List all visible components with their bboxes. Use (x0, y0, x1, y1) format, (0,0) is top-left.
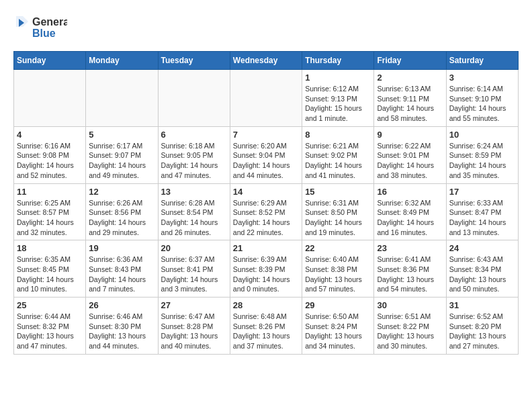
calendar-cell: 6Sunrise: 6:18 AM Sunset: 9:05 PM Daylig… (158, 126, 230, 183)
day-info: Sunrise: 6:40 AM Sunset: 8:38 PM Dayligh… (305, 255, 371, 294)
calendar-cell: 31Sunrise: 6:52 AM Sunset: 8:20 PM Dayli… (446, 298, 518, 355)
day-info: Sunrise: 6:48 AM Sunset: 8:26 PM Dayligh… (233, 312, 299, 351)
day-number: 9 (377, 130, 443, 140)
day-number: 12 (89, 187, 154, 197)
calendar-cell: 27Sunrise: 6:47 AM Sunset: 8:28 PM Dayli… (158, 298, 230, 355)
day-number: 15 (305, 187, 371, 197)
day-number: 20 (161, 243, 227, 253)
day-info: Sunrise: 6:32 AM Sunset: 8:49 PM Dayligh… (377, 198, 443, 238)
calendar-cell (158, 70, 230, 127)
day-number: 26 (89, 300, 154, 310)
day-info: Sunrise: 6:41 AM Sunset: 8:36 PM Dayligh… (377, 255, 443, 294)
logo-svg: GeneralBlue (13, 13, 67, 40)
day-info: Sunrise: 6:12 AM Sunset: 9:13 PM Dayligh… (305, 84, 371, 124)
day-number: 13 (161, 187, 227, 197)
day-number: 19 (89, 243, 154, 253)
day-info: Sunrise: 6:17 AM Sunset: 9:07 PM Dayligh… (89, 141, 154, 181)
day-info: Sunrise: 6:21 AM Sunset: 9:02 PM Dayligh… (305, 141, 371, 181)
day-number: 7 (233, 130, 299, 140)
day-number: 18 (17, 243, 83, 253)
weekday-header-saturday: Saturday (446, 52, 518, 70)
day-info: Sunrise: 6:29 AM Sunset: 8:52 PM Dayligh… (233, 198, 299, 238)
day-info: Sunrise: 6:44 AM Sunset: 8:32 PM Dayligh… (17, 312, 83, 351)
day-number: 11 (17, 187, 83, 197)
day-number: 27 (161, 300, 227, 310)
day-info: Sunrise: 6:46 AM Sunset: 8:30 PM Dayligh… (89, 312, 154, 351)
calendar-cell: 29Sunrise: 6:50 AM Sunset: 8:24 PM Dayli… (302, 298, 374, 355)
day-number: 5 (89, 130, 154, 140)
day-number: 24 (449, 243, 515, 253)
calendar-cell: 11Sunrise: 6:25 AM Sunset: 8:57 PM Dayli… (14, 183, 86, 240)
day-info: Sunrise: 6:13 AM Sunset: 9:11 PM Dayligh… (377, 84, 443, 124)
weekday-header-tuesday: Tuesday (158, 52, 230, 70)
day-number: 23 (377, 243, 443, 253)
calendar-cell: 2Sunrise: 6:13 AM Sunset: 9:11 PM Daylig… (374, 70, 446, 127)
calendar-week-row: 1Sunrise: 6:12 AM Sunset: 9:13 PM Daylig… (14, 70, 519, 127)
calendar-cell: 13Sunrise: 6:28 AM Sunset: 8:54 PM Dayli… (158, 183, 230, 240)
calendar-cell: 15Sunrise: 6:31 AM Sunset: 8:50 PM Dayli… (302, 183, 374, 240)
day-number: 16 (377, 187, 443, 197)
calendar-cell: 26Sunrise: 6:46 AM Sunset: 8:30 PM Dayli… (86, 298, 158, 355)
calendar-cell: 10Sunrise: 6:24 AM Sunset: 8:59 PM Dayli… (446, 126, 518, 183)
calendar-cell: 12Sunrise: 6:26 AM Sunset: 8:56 PM Dayli… (86, 183, 158, 240)
day-info: Sunrise: 6:25 AM Sunset: 8:57 PM Dayligh… (17, 198, 83, 238)
calendar-week-row: 4Sunrise: 6:16 AM Sunset: 9:08 PM Daylig… (14, 126, 519, 183)
day-info: Sunrise: 6:47 AM Sunset: 8:28 PM Dayligh… (161, 312, 227, 351)
calendar-cell: 4Sunrise: 6:16 AM Sunset: 9:08 PM Daylig… (14, 126, 86, 183)
day-number: 6 (161, 130, 227, 140)
day-number: 21 (233, 243, 299, 253)
day-info: Sunrise: 6:36 AM Sunset: 8:43 PM Dayligh… (89, 255, 154, 294)
weekday-header-sunday: Sunday (14, 52, 86, 70)
day-info: Sunrise: 6:16 AM Sunset: 9:08 PM Dayligh… (17, 141, 83, 181)
day-number: 1 (305, 73, 371, 83)
day-info: Sunrise: 6:39 AM Sunset: 8:39 PM Dayligh… (233, 255, 299, 294)
calendar-cell: 24Sunrise: 6:43 AM Sunset: 8:34 PM Dayli… (446, 240, 518, 298)
weekday-header-monday: Monday (86, 52, 158, 70)
day-number: 10 (449, 130, 515, 140)
weekday-header-friday: Friday (374, 52, 446, 70)
day-number: 3 (449, 73, 515, 83)
day-number: 8 (305, 130, 371, 140)
day-number: 14 (233, 187, 299, 197)
day-number: 2 (377, 73, 443, 83)
calendar-cell: 30Sunrise: 6:51 AM Sunset: 8:22 PM Dayli… (374, 298, 446, 355)
day-number: 22 (305, 243, 371, 253)
calendar-cell (230, 70, 302, 127)
weekday-header-wednesday: Wednesday (230, 52, 302, 70)
calendar-cell: 17Sunrise: 6:33 AM Sunset: 8:47 PM Dayli… (446, 183, 518, 240)
day-info: Sunrise: 6:20 AM Sunset: 9:04 PM Dayligh… (233, 141, 299, 181)
calendar-cell: 5Sunrise: 6:17 AM Sunset: 9:07 PM Daylig… (86, 126, 158, 183)
day-info: Sunrise: 6:52 AM Sunset: 8:20 PM Dayligh… (449, 312, 515, 351)
calendar-table: SundayMondayTuesdayWednesdayThursdayFrid… (13, 51, 519, 355)
day-info: Sunrise: 6:18 AM Sunset: 9:05 PM Dayligh… (161, 141, 227, 181)
calendar-cell (14, 70, 86, 127)
day-number: 28 (233, 300, 299, 310)
page-header: GeneralBlue (13, 13, 519, 40)
day-info: Sunrise: 6:24 AM Sunset: 8:59 PM Dayligh… (449, 141, 515, 181)
weekday-header-thursday: Thursday (302, 52, 374, 70)
calendar-cell: 23Sunrise: 6:41 AM Sunset: 8:36 PM Dayli… (374, 240, 446, 298)
calendar-week-row: 25Sunrise: 6:44 AM Sunset: 8:32 PM Dayli… (14, 298, 519, 355)
calendar-cell: 16Sunrise: 6:32 AM Sunset: 8:49 PM Dayli… (374, 183, 446, 240)
day-info: Sunrise: 6:37 AM Sunset: 8:41 PM Dayligh… (161, 255, 227, 294)
day-number: 30 (377, 300, 443, 310)
svg-text:Blue: Blue (32, 28, 56, 39)
calendar-cell: 1Sunrise: 6:12 AM Sunset: 9:13 PM Daylig… (302, 70, 374, 127)
day-info: Sunrise: 6:50 AM Sunset: 8:24 PM Dayligh… (305, 312, 371, 351)
day-info: Sunrise: 6:28 AM Sunset: 8:54 PM Dayligh… (161, 198, 227, 238)
day-info: Sunrise: 6:31 AM Sunset: 8:50 PM Dayligh… (305, 198, 371, 238)
calendar-header-row: SundayMondayTuesdayWednesdayThursdayFrid… (14, 52, 519, 70)
calendar-cell: 14Sunrise: 6:29 AM Sunset: 8:52 PM Dayli… (230, 183, 302, 240)
day-info: Sunrise: 6:33 AM Sunset: 8:47 PM Dayligh… (449, 198, 515, 238)
svg-text:General: General (32, 16, 67, 28)
day-info: Sunrise: 6:14 AM Sunset: 9:10 PM Dayligh… (449, 84, 515, 124)
calendar-cell: 28Sunrise: 6:48 AM Sunset: 8:26 PM Dayli… (230, 298, 302, 355)
calendar-week-row: 18Sunrise: 6:35 AM Sunset: 8:45 PM Dayli… (14, 240, 519, 298)
calendar-cell: 25Sunrise: 6:44 AM Sunset: 8:32 PM Dayli… (14, 298, 86, 355)
calendar-cell: 21Sunrise: 6:39 AM Sunset: 8:39 PM Dayli… (230, 240, 302, 298)
calendar-cell: 3Sunrise: 6:14 AM Sunset: 9:10 PM Daylig… (446, 70, 518, 127)
day-number: 25 (17, 300, 83, 310)
day-info: Sunrise: 6:22 AM Sunset: 9:01 PM Dayligh… (377, 141, 443, 181)
day-number: 17 (449, 187, 515, 197)
day-info: Sunrise: 6:26 AM Sunset: 8:56 PM Dayligh… (89, 198, 154, 238)
